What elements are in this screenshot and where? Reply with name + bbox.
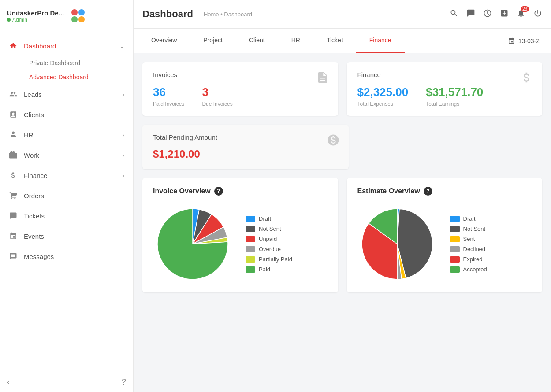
power-icon[interactable] bbox=[533, 9, 542, 20]
sidebar-header: UnitaskerPro De... Admin bbox=[0, 0, 133, 32]
estimate-pie-container bbox=[357, 204, 437, 284]
chevron-right-icon: › bbox=[123, 91, 124, 98]
sidebar-item-work[interactable]: Work › bbox=[0, 145, 133, 165]
admin-role: Admin bbox=[7, 17, 64, 23]
clients-label: Clients bbox=[24, 111, 124, 118]
invoice-legend: DraftNot SentUnpaidOverduePartially Paid… bbox=[246, 215, 292, 273]
legend-item: Paid bbox=[246, 266, 292, 273]
tab-hr[interactable]: HR bbox=[278, 29, 313, 53]
total-earnings-label: Total Earnings bbox=[426, 101, 483, 107]
sidebar-item-leads[interactable]: Leads › bbox=[0, 84, 133, 104]
tab-date: 13-03-2 bbox=[501, 29, 547, 53]
clock-icon[interactable] bbox=[483, 9, 492, 20]
sidebar-item-hr[interactable]: HR › bbox=[0, 125, 133, 145]
sidebar-item-finance[interactable]: Finance › bbox=[0, 165, 133, 185]
chevron-right-work-icon: › bbox=[123, 152, 124, 159]
legend-item: Accepted bbox=[450, 266, 487, 273]
estimate-overview-card: Estimate Overview ? DraftNot SentSentDec… bbox=[347, 178, 543, 292]
search-icon[interactable] bbox=[450, 9, 458, 20]
private-dashboard-link[interactable]: Private Dashboard bbox=[24, 56, 133, 70]
finance-icon bbox=[9, 171, 18, 180]
chat-icon[interactable] bbox=[466, 9, 475, 20]
estimate-legend: DraftNot SentSentDeclinedExpiredAccepted bbox=[450, 215, 487, 273]
notification-badge: 23 bbox=[521, 6, 529, 12]
legend-label: Draft bbox=[259, 215, 271, 222]
tickets-label: Tickets bbox=[24, 212, 124, 220]
header-icons: 23 bbox=[450, 9, 542, 20]
sidebar-nav: Dashboard ⌄ Private Dashboard Advanced D… bbox=[0, 32, 133, 372]
legend-color-box bbox=[450, 226, 460, 232]
tab-finance[interactable]: Finance bbox=[356, 29, 405, 53]
legend-label: Accepted bbox=[463, 266, 487, 273]
status-dot bbox=[7, 18, 11, 22]
invoice-help-icon[interactable]: ? bbox=[214, 187, 223, 196]
work-icon bbox=[9, 151, 18, 159]
page-title: Dashboard bbox=[142, 8, 193, 20]
total-earnings-value: $31,571.70 bbox=[426, 85, 483, 99]
invoice-pie-chart bbox=[153, 204, 232, 284]
app-logo bbox=[68, 6, 88, 26]
sidebar-item-clients[interactable]: Clients bbox=[0, 104, 133, 125]
legend-item: Not Sent bbox=[450, 226, 487, 232]
svg-point-0 bbox=[71, 9, 78, 15]
tab-project[interactable]: Project bbox=[190, 29, 236, 53]
dashboard-sub-items: Private Dashboard Advanced Dashboard bbox=[0, 56, 133, 84]
total-earnings-stat: $31,571.70 Total Earnings bbox=[426, 85, 483, 107]
tabs-bar: Overview Project Client HR Ticket Financ… bbox=[134, 29, 551, 53]
invoice-icon bbox=[316, 71, 329, 87]
estimate-help-icon[interactable]: ? bbox=[424, 187, 432, 196]
app-name: UnitaskerPro De... bbox=[7, 9, 64, 17]
tab-ticket[interactable]: Ticket bbox=[313, 29, 356, 53]
sidebar: UnitaskerPro De... Admin Dashboard ⌄ Pri… bbox=[0, 0, 134, 392]
sidebar-item-dashboard[interactable]: Dashboard ⌄ bbox=[0, 36, 133, 56]
legend-label: Not Sent bbox=[259, 226, 281, 232]
collapse-icon[interactable]: ‹ bbox=[7, 377, 10, 387]
help-icon[interactable]: ? bbox=[122, 377, 126, 387]
finance-label: Finance bbox=[24, 172, 116, 179]
legend-label: Declined bbox=[463, 246, 486, 252]
pending-amount-card: Total Pending Amount $1,210.00 bbox=[142, 125, 349, 169]
finance-card-title: Finance bbox=[357, 71, 532, 78]
pending-amount-value: $1,210.00 bbox=[153, 148, 338, 160]
tab-client[interactable]: Client bbox=[236, 29, 278, 53]
legend-color-box bbox=[246, 266, 255, 273]
estimate-chart-area: DraftNot SentSentDeclinedExpiredAccepted bbox=[357, 204, 532, 284]
sidebar-item-messages[interactable]: Messages bbox=[0, 246, 133, 266]
legend-color-box bbox=[246, 216, 255, 222]
page-header: Dashboard Home • Dashboard 23 bbox=[134, 0, 551, 29]
legend-label: Paid bbox=[259, 266, 270, 273]
sidebar-item-tickets[interactable]: Tickets bbox=[0, 206, 133, 226]
legend-label: Draft bbox=[463, 215, 476, 222]
clients-icon bbox=[9, 110, 18, 119]
invoice-overview-card: Invoice Overview ? DraftNot SentUnpaidOv… bbox=[142, 178, 338, 292]
paid-invoices-stat: 36 Paid Invoices bbox=[153, 85, 184, 107]
add-icon[interactable] bbox=[500, 9, 509, 20]
legend-item: Declined bbox=[450, 246, 487, 252]
sidebar-item-orders[interactable]: Orders bbox=[0, 185, 133, 206]
legend-label: Not Sent bbox=[463, 226, 486, 232]
sidebar-item-events[interactable]: Events bbox=[0, 226, 133, 246]
coins-icon bbox=[327, 133, 340, 150]
estimate-overview-title: Estimate Overview ? bbox=[357, 187, 532, 196]
advanced-dashboard-link[interactable]: Advanced Dashboard bbox=[24, 70, 133, 84]
legend-label: Sent bbox=[463, 236, 475, 242]
legend-label: Expired bbox=[463, 256, 483, 263]
legend-color-box bbox=[246, 246, 255, 252]
invoices-card: Invoices 36 Paid Invoices 3 Due Invoices bbox=[142, 62, 338, 116]
legend-color-box bbox=[246, 256, 255, 263]
due-invoices-count: 3 bbox=[202, 85, 232, 99]
chevron-right-finance-icon: › bbox=[123, 172, 124, 179]
legend-item: Draft bbox=[450, 215, 487, 222]
orders-label: Orders bbox=[24, 192, 124, 200]
dashboard-label: Dashboard bbox=[24, 42, 113, 50]
legend-item: Not Sent bbox=[246, 226, 292, 232]
total-expenses-label: Total Expenses bbox=[357, 101, 409, 107]
notification-icon[interactable]: 23 bbox=[517, 9, 525, 20]
events-icon bbox=[9, 232, 18, 240]
legend-color-box bbox=[246, 236, 255, 242]
events-label: Events bbox=[24, 233, 124, 240]
hr-icon bbox=[9, 130, 18, 139]
date-display: 13-03-2 bbox=[518, 37, 540, 44]
tab-overview[interactable]: Overview bbox=[138, 29, 190, 53]
legend-item: Draft bbox=[246, 215, 292, 222]
